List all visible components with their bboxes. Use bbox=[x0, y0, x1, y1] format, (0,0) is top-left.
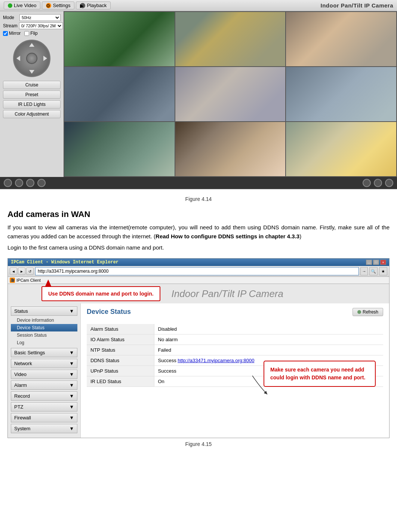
ddns-callout-row: Use DDNS domain name and port to login. … bbox=[8, 284, 389, 303]
basic-settings-btn[interactable]: Basic Settings ▼ bbox=[11, 348, 77, 357]
camera-sidebar: Mode 50Hz Stream 0/ 720P/ 30fps/ 2M Mirr… bbox=[0, 11, 64, 177]
alarm-btn[interactable]: Alarm ▼ bbox=[11, 380, 77, 390]
ddns-link[interactable]: http://a33471.myipcamera.org:8000 bbox=[178, 358, 254, 363]
flip-checkbox[interactable] bbox=[24, 31, 29, 36]
ptz-control[interactable] bbox=[13, 40, 50, 77]
figure-4-14-caption: Figure 4.14 bbox=[7, 196, 390, 202]
mirror-checkbox-label[interactable]: Mirror bbox=[3, 31, 21, 36]
toolbar-tabs: Live Video ⚙ Settings ▶ Playback bbox=[4, 1, 111, 9]
device-status-title: Device Status bbox=[87, 308, 131, 316]
ptz-right-arrow[interactable] bbox=[43, 56, 47, 61]
stream-row: Stream 0/ 720P/ 30fps/ 2M bbox=[3, 22, 61, 29]
tab-playback[interactable]: ▶ Playback bbox=[76, 1, 111, 9]
camera-cell-3 bbox=[286, 12, 396, 66]
minimize-button[interactable]: _ bbox=[366, 260, 372, 265]
sidebar-section-basic: Basic Settings ▼ bbox=[11, 348, 77, 357]
figure-4-15-caption: Figure 4.15 bbox=[7, 441, 390, 447]
camera-cell-9 bbox=[286, 122, 396, 176]
address-bar[interactable] bbox=[35, 267, 359, 275]
ntp-value: Failed bbox=[154, 345, 383, 355]
playback-icon: ▶ bbox=[80, 3, 85, 8]
callout-container: Use DDNS domain name and port to login. bbox=[34, 286, 160, 301]
stream-select[interactable]: 0/ 720P/ 30fps/ 2M bbox=[19, 22, 63, 29]
sidebar-section-ptz: PTZ ▼ bbox=[11, 402, 77, 412]
chevron-right-icon-record: ▼ bbox=[69, 393, 74, 399]
ntp-label: NTP Status bbox=[87, 345, 154, 355]
restore-button[interactable]: □ bbox=[373, 260, 379, 265]
go-button[interactable]: → bbox=[360, 267, 368, 275]
ptz-left-arrow[interactable] bbox=[16, 56, 20, 61]
ctrl-btn-3[interactable] bbox=[26, 179, 34, 187]
sidebar-section-network: Network ▼ bbox=[11, 359, 77, 368]
upnp-label: UPnP Status bbox=[87, 366, 154, 376]
ctrl-btn-7[interactable] bbox=[385, 179, 393, 187]
ptz-center-button[interactable] bbox=[26, 53, 37, 64]
bottom-controls-right bbox=[363, 179, 393, 187]
close-button[interactable]: ✕ bbox=[380, 260, 386, 265]
system-btn[interactable]: System ▼ bbox=[11, 424, 77, 433]
ctrl-btn-1[interactable] bbox=[4, 179, 12, 187]
network-btn[interactable]: Network ▼ bbox=[11, 359, 77, 368]
refresh-nav-button[interactable]: ↺ bbox=[26, 267, 34, 275]
flip-checkbox-label[interactable]: Flip bbox=[24, 31, 37, 36]
ctrl-btn-4[interactable] bbox=[37, 179, 46, 187]
body-paragraph-2: Login to the first camera using a DDNS d… bbox=[7, 243, 390, 252]
preset-button[interactable]: Preset bbox=[3, 91, 61, 99]
sidebar-section-status: Status ▼ Device information Device Statu… bbox=[11, 306, 77, 346]
chevron-right-icon-video: ▼ bbox=[69, 372, 74, 377]
firewall-btn[interactable]: Firewall ▼ bbox=[11, 413, 77, 422]
chevron-right-icon-ptz: ▼ bbox=[69, 404, 74, 410]
chevron-right-icon-basic: ▼ bbox=[69, 350, 74, 355]
browser-header-area: Use DDNS domain name and port to login. … bbox=[8, 284, 389, 303]
table-row-ntp: NTP Status Failed bbox=[87, 345, 383, 355]
camera-grid bbox=[64, 11, 397, 177]
browser-nav-tabs: 🎥 IPCam Client bbox=[8, 277, 389, 284]
chevron-down-icon: ▼ bbox=[69, 308, 74, 314]
tab-live-video[interactable]: Live Video bbox=[4, 1, 40, 9]
status-section-btn[interactable]: Status ▼ bbox=[11, 306, 77, 316]
bold-ddns-note: Read How to configure DDNS settings in c… bbox=[156, 233, 299, 239]
camera-brand-title: Indoor Pan/Tilt IP Camera bbox=[321, 2, 394, 9]
camera-cell-4 bbox=[64, 67, 175, 121]
camera-toolbar: Live Video ⚙ Settings ▶ Playback Indoor … bbox=[0, 0, 397, 11]
favicon: 🎥 bbox=[10, 278, 15, 283]
star-icon[interactable]: ★ bbox=[379, 267, 387, 275]
browser-main-content: Device Status Refresh Alarm Status Disab… bbox=[81, 303, 389, 438]
main-header-row: Device Status Refresh bbox=[87, 308, 383, 319]
forward-button[interactable]: ► bbox=[18, 267, 25, 275]
search-icon[interactable]: 🔍 bbox=[369, 267, 378, 275]
browser-title-bar: IPCam Client - Windows Internet Explorer… bbox=[8, 259, 389, 266]
sidebar-item-session-status[interactable]: Session Status bbox=[11, 331, 77, 339]
video-btn[interactable]: Video ▼ bbox=[11, 370, 77, 379]
back-button[interactable]: ◄ bbox=[10, 267, 17, 275]
ptz-wheel[interactable] bbox=[13, 40, 50, 77]
sidebar-item-device-info[interactable]: Device information bbox=[11, 317, 77, 324]
record-btn[interactable]: Record ▼ bbox=[11, 391, 77, 401]
sidebar-item-log[interactable]: Log bbox=[11, 339, 77, 346]
io-alarm-value: No alarm bbox=[154, 334, 383, 345]
color-adjust-button[interactable]: Color Adjustment bbox=[3, 110, 61, 118]
browser-title-text: IPCam Client - Windows Internet Explorer bbox=[11, 260, 119, 265]
ctrl-btn-2[interactable] bbox=[15, 179, 23, 187]
camera-ui-section: Live Video ⚙ Settings ▶ Playback Indoor … bbox=[0, 0, 397, 189]
chevron-right-icon-network: ▼ bbox=[69, 361, 74, 366]
camera-cell-8 bbox=[175, 122, 286, 176]
ctrl-btn-6[interactable] bbox=[374, 179, 382, 187]
tab-settings[interactable]: ⚙ Settings bbox=[42, 1, 74, 9]
mode-select[interactable]: 50Hz bbox=[19, 14, 61, 21]
cruise-button[interactable]: Cruise bbox=[3, 81, 61, 89]
sidebar-section-alarm: Alarm ▼ bbox=[11, 380, 77, 390]
browser-win-controls: _ □ ✕ bbox=[366, 260, 386, 265]
refresh-button[interactable]: Refresh bbox=[353, 308, 383, 316]
sidebar-item-device-status[interactable]: Device Status bbox=[11, 324, 77, 331]
mirror-checkbox[interactable] bbox=[3, 31, 8, 36]
ir-led-button[interactable]: IR LED Lights bbox=[3, 100, 61, 108]
sidebar-section-firewall: Firewall ▼ bbox=[11, 413, 77, 422]
bottom-controls-left bbox=[4, 179, 46, 187]
ptz-up-arrow[interactable] bbox=[29, 43, 34, 47]
ptz-btn[interactable]: PTZ ▼ bbox=[11, 402, 77, 412]
settings-icon: ⚙ bbox=[46, 3, 51, 8]
ptz-down-arrow[interactable] bbox=[29, 70, 34, 74]
chevron-right-icon-alarm: ▼ bbox=[69, 382, 74, 388]
ctrl-btn-5[interactable] bbox=[363, 179, 371, 187]
